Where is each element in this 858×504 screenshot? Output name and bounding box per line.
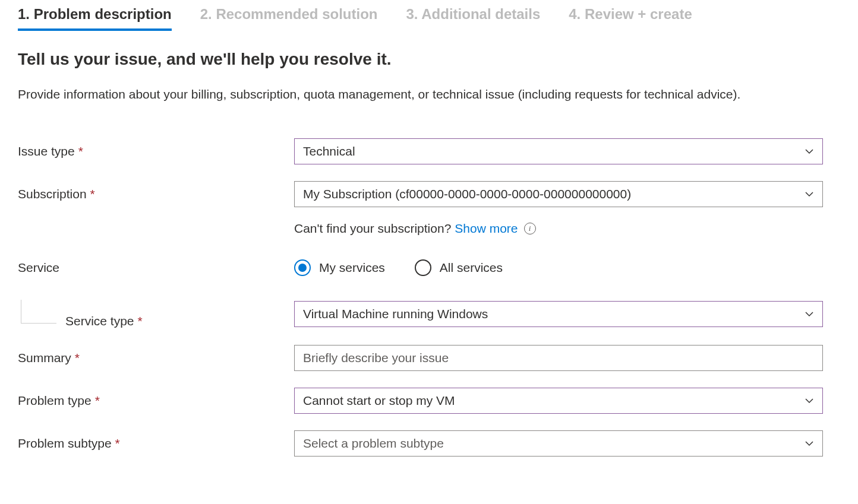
summary-input[interactable] bbox=[294, 345, 823, 371]
field-problem-type: Problem type* Cannot start or stop my VM bbox=[18, 388, 840, 414]
subscription-helper-text: Can't find your subscription? bbox=[294, 221, 451, 236]
service-type-dropdown[interactable]: Virtual Machine running Windows bbox=[294, 301, 823, 327]
chevron-down-icon bbox=[805, 189, 814, 199]
issue-type-label: Issue type* bbox=[18, 144, 294, 159]
field-service-type: Service type* Virtual Machine running Wi… bbox=[18, 300, 840, 328]
chevron-down-icon bbox=[805, 396, 814, 405]
required-indicator: * bbox=[75, 351, 80, 364]
page-heading: Tell us your issue, and we'll help you r… bbox=[18, 50, 840, 69]
required-indicator: * bbox=[138, 314, 143, 328]
service-label: Service bbox=[18, 261, 294, 275]
field-summary: Summary* bbox=[18, 345, 840, 371]
show-more-link[interactable]: Show more bbox=[455, 221, 518, 236]
chevron-down-icon bbox=[805, 147, 814, 156]
problem-type-label: Problem type* bbox=[18, 394, 294, 408]
subscription-value: My Subscription (cf00000-0000-0000-0000-… bbox=[303, 187, 805, 201]
radio-all-services[interactable]: All services bbox=[415, 259, 503, 276]
issue-type-value: Technical bbox=[303, 144, 805, 159]
problem-subtype-label: Problem subtype* bbox=[18, 436, 294, 451]
field-problem-subtype: Problem subtype* Select a problem subtyp… bbox=[18, 430, 840, 457]
chevron-down-icon bbox=[805, 309, 814, 319]
required-indicator: * bbox=[78, 144, 83, 158]
problem-subtype-dropdown[interactable]: Select a problem subtype bbox=[294, 430, 823, 457]
issue-type-dropdown[interactable]: Technical bbox=[294, 138, 823, 164]
required-indicator: * bbox=[95, 394, 100, 407]
subscription-dropdown[interactable]: My Subscription (cf00000-0000-0000-0000-… bbox=[294, 181, 823, 207]
problem-type-value: Cannot start or stop my VM bbox=[303, 394, 805, 408]
required-indicator: * bbox=[90, 187, 95, 201]
tab-recommended-solution[interactable]: 2. Recommended solution bbox=[200, 6, 378, 31]
radio-dot-icon bbox=[298, 264, 307, 272]
service-type-value: Virtual Machine running Windows bbox=[303, 307, 805, 321]
tree-indicator-icon bbox=[21, 300, 56, 324]
required-indicator: * bbox=[115, 436, 120, 450]
info-icon[interactable]: i bbox=[524, 223, 536, 234]
subscription-label: Subscription* bbox=[18, 187, 294, 201]
problem-subtype-placeholder: Select a problem subtype bbox=[303, 436, 805, 451]
chevron-down-icon bbox=[805, 439, 814, 448]
radio-all-services-label: All services bbox=[440, 261, 503, 275]
problem-type-dropdown[interactable]: Cannot start or stop my VM bbox=[294, 388, 823, 414]
field-issue-type: Issue type* Technical bbox=[18, 138, 840, 164]
field-service: Service My services All services bbox=[18, 259, 840, 276]
summary-label: Summary* bbox=[18, 351, 294, 365]
field-subscription: Subscription* My Subscription (cf00000-0… bbox=[18, 181, 840, 207]
radio-circle-icon bbox=[294, 259, 311, 276]
service-radio-group: My services All services bbox=[294, 259, 823, 276]
wizard-tabs: 1. Problem description 2. Recommended so… bbox=[18, 6, 840, 31]
radio-my-services-label: My services bbox=[319, 261, 385, 275]
tab-problem-description[interactable]: 1. Problem description bbox=[18, 6, 172, 31]
subscription-helper: Can't find your subscription? Show more … bbox=[294, 221, 840, 236]
radio-circle-icon bbox=[415, 259, 431, 276]
tab-additional-details[interactable]: 3. Additional details bbox=[406, 6, 540, 31]
service-type-label: Service type* bbox=[65, 314, 143, 328]
radio-my-services[interactable]: My services bbox=[294, 259, 385, 276]
service-type-label-wrap: Service type* bbox=[18, 300, 294, 328]
page-description: Provide information about your billing, … bbox=[18, 85, 838, 103]
tab-review-create[interactable]: 4. Review + create bbox=[569, 6, 692, 31]
